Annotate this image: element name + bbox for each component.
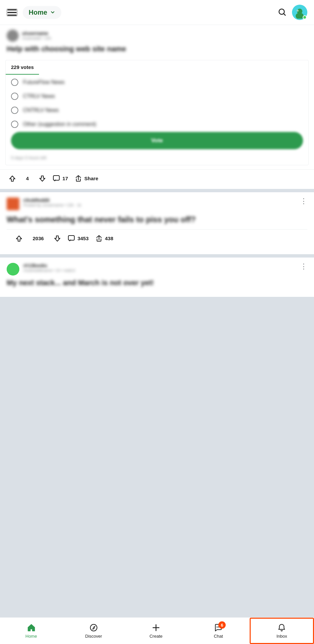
share-icon xyxy=(75,175,82,182)
poll-post-header: u/username r/subreddit • 15h Help with c… xyxy=(0,25,314,60)
poll-option-text-4: Other (suggestion in comment) xyxy=(23,121,96,127)
poll-post-card: u/username r/subreddit • 15h Help with c… xyxy=(0,25,314,189)
comment-button[interactable]: 17 xyxy=(49,173,71,184)
second-author-info: r/AskReddit Posted by u/username • 13h ·… xyxy=(23,198,300,208)
third-author-name: r/r13books xyxy=(23,263,300,268)
second-post-more-button[interactable]: ⋮ xyxy=(300,198,307,205)
vote-button[interactable]: Vote xyxy=(11,132,303,149)
radio-button-4[interactable] xyxy=(11,121,18,128)
avatar[interactable] xyxy=(292,5,307,20)
chevron-down-icon xyxy=(50,10,55,15)
third-post-card: r/r13books r/subredditname • 1h • redd.i… xyxy=(0,258,314,297)
downvote-button[interactable] xyxy=(35,173,49,184)
menu-button[interactable] xyxy=(7,9,17,16)
svg-rect-6 xyxy=(68,236,74,240)
chat-nav-label: Chat xyxy=(214,634,223,639)
poll-author-meta: r/subreddit • 15h xyxy=(22,36,51,41)
feed: u/username r/subreddit • 15h Help with c… xyxy=(0,25,314,330)
plus-icon xyxy=(152,623,160,632)
compass-icon xyxy=(89,623,98,632)
app-header: Home xyxy=(0,0,314,25)
discover-nav-label: Discover xyxy=(85,634,102,639)
poll-option-text-2: CTRLV News xyxy=(23,93,55,99)
svg-point-8 xyxy=(217,627,218,628)
discover-nav-icon xyxy=(89,623,98,632)
second-share-icon xyxy=(95,235,103,242)
radio-button-3[interactable] xyxy=(11,107,18,114)
upvote-button[interactable] xyxy=(5,173,19,184)
poll-option-4[interactable]: Other (suggestion in comment) xyxy=(11,121,303,128)
poll-author-info: u/username r/subreddit • 15h xyxy=(22,31,51,41)
nav-chat[interactable]: 6 Chat xyxy=(187,618,250,644)
second-upvote-button[interactable] xyxy=(12,233,26,244)
second-comment-count: 3453 xyxy=(77,236,88,241)
third-post-title: My next stack... and March is not over y… xyxy=(7,278,307,288)
second-author-meta: Posted by u/username • 13h · 1k xyxy=(23,203,300,208)
poll-options-list: FutureFlow News CTRLV News CNTRLV News O… xyxy=(6,75,308,132)
second-post-header-row: r/AskReddit Posted by u/username • 13h ·… xyxy=(7,198,307,210)
poll-container: 229 votes FutureFlow News CTRLV News CNT… xyxy=(5,60,309,165)
share-label: Share xyxy=(84,176,98,181)
poll-option-1[interactable]: FutureFlow News xyxy=(11,79,303,86)
svg-rect-5 xyxy=(53,176,59,180)
share-button[interactable]: Share xyxy=(71,173,102,184)
create-nav-icon xyxy=(151,623,161,632)
poll-votes-count: 229 votes xyxy=(6,60,39,75)
search-button[interactable] xyxy=(277,7,287,17)
second-post-card: r/AskReddit Posted by u/username • 13h ·… xyxy=(0,192,314,254)
home-icon xyxy=(27,623,36,632)
nav-home[interactable]: Home xyxy=(0,618,62,644)
downvote-icon xyxy=(39,175,46,182)
nav-create[interactable]: Create xyxy=(125,618,187,644)
home-dropdown-button[interactable]: Home xyxy=(23,6,61,19)
online-indicator xyxy=(303,15,307,19)
inbox-nav-icon xyxy=(277,623,286,632)
second-upvote-icon xyxy=(15,235,23,242)
header-right xyxy=(277,5,307,20)
second-post-title: What's something that never fails to pis… xyxy=(7,214,307,225)
second-author-avatar xyxy=(7,198,19,210)
header-left: Home xyxy=(7,6,61,19)
poll-author-name: u/username xyxy=(22,31,51,36)
poll-option-2[interactable]: CTRLV News xyxy=(11,93,303,100)
second-downvote-icon xyxy=(54,235,61,242)
inbox-nav-label: Inbox xyxy=(277,634,287,639)
second-share-button[interactable]: 438 xyxy=(92,233,117,244)
poll-time-left: 5 days 5 hours left xyxy=(6,153,308,165)
svg-point-4 xyxy=(297,10,299,12)
create-nav-label: Create xyxy=(149,634,162,639)
upvote-icon xyxy=(9,175,16,182)
third-post-header-row: r/r13books r/subredditname • 1h • redd.i… xyxy=(7,263,307,276)
radio-button-1[interactable] xyxy=(11,79,18,86)
poll-post-title: Help with choosing web site name xyxy=(7,44,307,54)
radio-button-2[interactable] xyxy=(11,93,18,100)
second-vote-group: 2036 xyxy=(12,233,64,244)
bottom-navigation: Home Discover Create 6 xyxy=(0,617,314,644)
second-comment-button[interactable]: 3453 xyxy=(64,233,92,244)
vote-group: 4 xyxy=(5,173,49,184)
second-post-actions: 2036 3453 438 xyxy=(7,229,307,249)
poll-post-actions: 4 17 Share xyxy=(0,169,314,189)
home-nav-icon xyxy=(27,623,36,632)
second-comment-icon xyxy=(68,235,75,242)
third-author-meta: r/subredditname • 1h • redd.it xyxy=(23,268,300,273)
comment-count: 17 xyxy=(62,176,68,181)
comment-icon xyxy=(53,175,60,182)
poll-author-row: u/username r/subreddit • 15h xyxy=(7,30,307,42)
second-downvote-button[interactable] xyxy=(50,233,64,244)
poll-option-3[interactable]: CNTRLV News xyxy=(11,107,303,114)
home-label: Home xyxy=(29,9,47,16)
chat-nav-icon: 6 xyxy=(214,623,223,632)
third-post-more-button[interactable]: ⋮ xyxy=(300,263,307,270)
nav-discover[interactable]: Discover xyxy=(62,618,125,644)
home-nav-label: Home xyxy=(25,634,37,639)
poll-option-text-3: CNTRLV News xyxy=(23,107,59,113)
nav-inbox[interactable]: Inbox xyxy=(250,618,314,644)
chat-badge: 6 xyxy=(218,621,226,629)
second-vote-count: 2036 xyxy=(29,234,47,243)
bell-icon xyxy=(277,623,286,632)
second-share-count: 438 xyxy=(105,236,113,241)
search-icon xyxy=(277,7,287,17)
second-author-name: r/AskReddit xyxy=(23,198,300,203)
third-author-avatar xyxy=(7,263,19,276)
